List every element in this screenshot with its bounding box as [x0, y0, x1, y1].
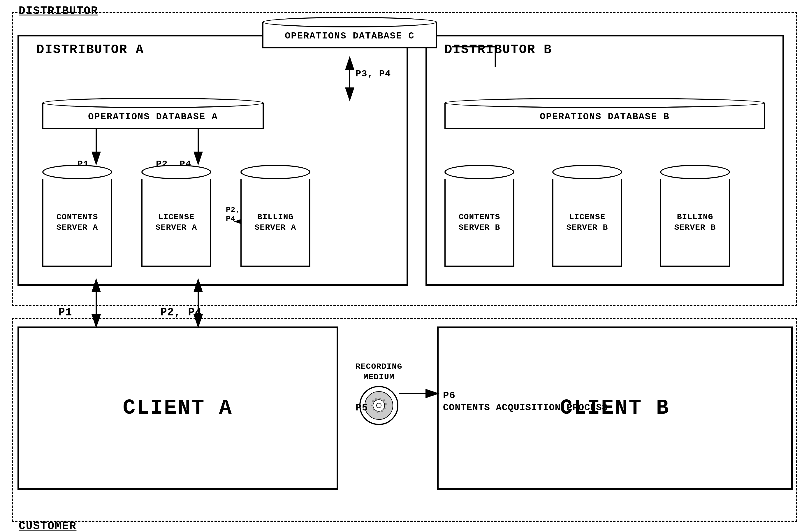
billing-server-b-body: BILLINGSERVER B [660, 179, 730, 267]
svg-point-18 [375, 398, 377, 400]
svg-point-25 [373, 409, 375, 410]
billing-server-a-body: BILLINGSERVER A [240, 179, 310, 267]
svg-point-22 [384, 408, 385, 409]
contents-server-b-label: CONTENTSSERVER B [459, 212, 500, 233]
diagram-container: DISTRIBUTOR CUSTOMER [0, 0, 809, 532]
p6-label: P6 [443, 390, 455, 401]
ops-db-b: OPERATIONS DATABASE B [444, 98, 765, 129]
client-a-box: CLIENT A [17, 326, 338, 490]
billing-server-a: BILLINGSERVER A [240, 165, 310, 267]
ops-db-b-ellipse [444, 98, 765, 108]
distributor-b-label: DISTRIBUTOR B [444, 42, 552, 57]
contents-server-b: CONTENTSSERVER B [444, 165, 514, 267]
p1-outside-label: P1 [58, 306, 72, 319]
ops-db-a-label: OPERATIONS DATABASE A [88, 108, 218, 126]
p2-p4-outside-label: P2, P4 [160, 306, 202, 319]
billing-server-a-label: BILLINGSERVER A [255, 212, 296, 233]
svg-point-21 [385, 403, 387, 405]
svg-point-19 [379, 398, 381, 399]
contents-server-b-body: CONTENTSSERVER B [444, 179, 514, 267]
svg-point-26 [371, 405, 373, 406]
ops-db-a: OPERATIONS DATABASE A [42, 98, 264, 129]
contents-server-a-body: CONTENTSSERVER A [42, 179, 112, 267]
svg-point-20 [383, 399, 385, 401]
billing-server-a-top [240, 165, 310, 179]
p2-p4-billing-label: P2,P4 [226, 206, 240, 224]
contents-acquisition-label: CONTENTS ACQUISITION PROCESS [443, 402, 608, 413]
recording-medium-label: RECORDINGMEDIUM [356, 361, 402, 383]
p3-p4-label: P3, P4 [356, 69, 391, 79]
billing-server-b-label: BILLINGSERVER B [674, 212, 716, 233]
svg-point-16 [377, 403, 381, 408]
svg-point-17 [372, 400, 374, 402]
ops-db-c-label: OPERATIONS DATABASE C [285, 28, 414, 46]
distributor-b-box: DISTRIBUTOR B OPERATIONS DATABASE B CONT… [426, 35, 784, 286]
contents-server-a-top [42, 165, 112, 179]
license-server-a: LICENSESERVER A [141, 165, 211, 267]
p5-label: P5 [356, 402, 368, 413]
distributor-label: DISTRIBUTOR [19, 5, 98, 17]
ops-db-a-ellipse [42, 98, 264, 108]
contents-server-b-top [444, 165, 514, 179]
contents-server-a-label: CONTENTSSERVER A [56, 212, 98, 233]
license-server-b: LICENSESERVER B [552, 165, 622, 267]
svg-point-23 [381, 410, 383, 412]
recording-medium: RECORDINGMEDIUM [356, 361, 402, 426]
license-server-b-label: LICENSESERVER B [567, 212, 608, 233]
license-server-b-top [552, 165, 622, 179]
svg-point-24 [377, 411, 378, 413]
client-a-label: CLIENT A [123, 396, 233, 420]
license-server-b-body: LICENSESERVER B [552, 179, 622, 267]
ops-db-b-label: OPERATIONS DATABASE B [540, 108, 669, 126]
ops-db-c-ellipse [262, 17, 437, 28]
license-server-a-top [141, 165, 211, 179]
billing-server-b: BILLINGSERVER B [660, 165, 730, 267]
billing-server-b-top [660, 165, 730, 179]
contents-server-a: CONTENTSSERVER A [42, 165, 112, 267]
ops-db-c: OPERATIONS DATABASE C [262, 17, 437, 48]
distributor-a-box: DISTRIBUTOR A OPERATIONS DATABASE A CONT… [17, 35, 408, 286]
license-server-a-label: LICENSESERVER A [156, 212, 197, 233]
license-server-a-body: LICENSESERVER A [141, 179, 211, 267]
customer-label: CUSTOMER [19, 520, 76, 532]
distributor-a-label: DISTRIBUTOR A [36, 42, 144, 57]
